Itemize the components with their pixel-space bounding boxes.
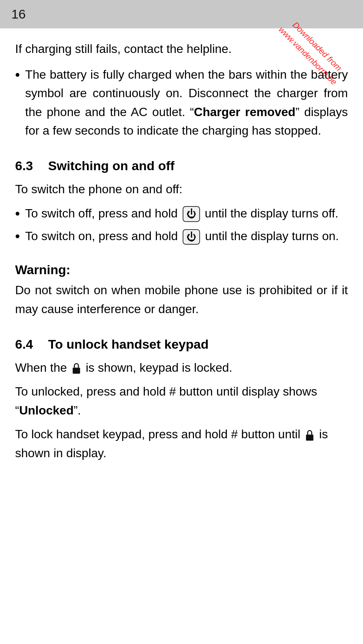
section-6-4-para3: To lock handset keypad, press and hold #… — [15, 425, 348, 462]
content-area: If charging still fails, contact the hel… — [0, 40, 363, 463]
switch-on-text: To switch on, press and hold ⏻ until the… — [25, 227, 348, 246]
power-button-icon-on: ⏻ — [183, 229, 200, 245]
section-6-3: 6.3Switching on and off To switch the ph… — [15, 158, 348, 246]
svg-rect-0 — [73, 368, 80, 374]
svg-rect-1 — [306, 435, 313, 441]
charger-removed-bold: Charger removed — [194, 105, 296, 119]
section-6-4-number: 6.4 — [15, 337, 33, 351]
lock-icon-2 — [304, 429, 315, 441]
intro-paragraph: If charging still fails, contact the hel… — [15, 40, 348, 59]
section-6-3-intro: To switch the phone on and off: — [15, 180, 348, 199]
section-6-4-para1: When the is shown, keypad is locked. — [15, 358, 348, 377]
warning-text: Do not switch on when mobile phone use i… — [15, 281, 348, 318]
section-6-3-title: Switching on and off — [48, 158, 174, 173]
switch-on-bullet: • To switch on, press and hold ⏻ until t… — [15, 227, 348, 246]
bullet-dot-battery: • — [15, 65, 20, 84]
section-6-3-number: 6.3 — [15, 158, 33, 173]
section-6-4-heading: 6.4To unlock handset keypad — [15, 337, 348, 352]
warning-section: Warning: Do not switch on when mobile ph… — [15, 262, 348, 318]
battery-bullet-text: The battery is fully charged when the ba… — [25, 65, 348, 140]
warning-title: Warning: — [15, 262, 348, 277]
switch-off-bullet: • To switch off, press and hold ⏻ until … — [15, 204, 348, 223]
battery-bullet: • The battery is fully charged when the … — [15, 65, 348, 140]
power-button-icon-off: ⏻ — [183, 206, 200, 222]
section-6-4: 6.4To unlock handset keypad When the is … — [15, 337, 348, 463]
lock-icon-1 — [71, 362, 82, 374]
bullet-dot-off: • — [15, 204, 20, 223]
unlocked-bold: Unlocked — [19, 403, 74, 417]
page-number: 16 — [11, 7, 26, 21]
page-header: 16 — [0, 0, 363, 28]
section-6-3-heading: 6.3Switching on and off — [15, 158, 348, 173]
section-6-4-para2: To unlocked, press and hold # button unt… — [15, 382, 348, 420]
bullet-dot-on: • — [15, 227, 20, 246]
switch-off-text: To switch off, press and hold ⏻ until th… — [25, 204, 348, 223]
section-6-4-title: To unlock handset keypad — [48, 337, 208, 351]
intro-text: If charging still fails, contact the hel… — [15, 42, 232, 56]
